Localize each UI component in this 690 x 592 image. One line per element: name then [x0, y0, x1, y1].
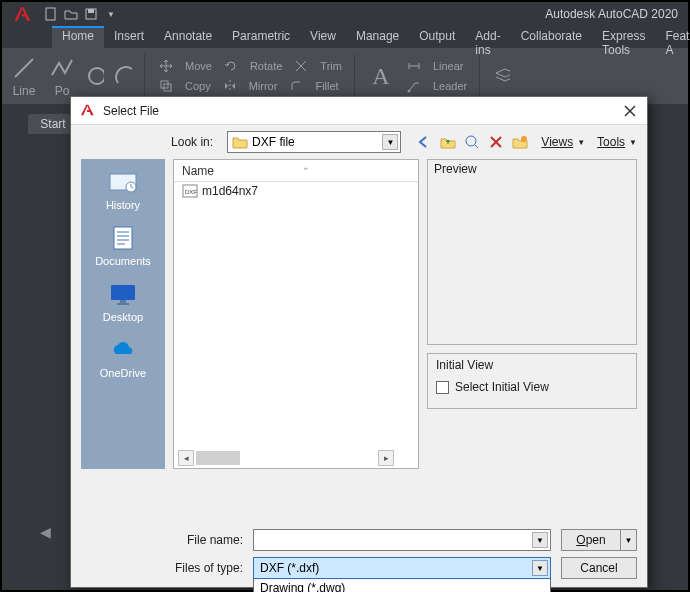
- initial-view-group: Initial View Select Initial View: [427, 353, 637, 409]
- fillet-icon: [287, 77, 305, 95]
- svg-rect-27: [117, 303, 129, 305]
- open-button[interactable]: Open: [561, 529, 621, 551]
- svg-line-14: [475, 145, 478, 148]
- titlebar: ▼ Autodesk AutoCAD 2020: [2, 2, 688, 26]
- files-of-type-combo[interactable]: DXF (*.dxf) ▼: [253, 557, 551, 579]
- place-documents[interactable]: Documents: [95, 225, 151, 267]
- back-caret-icon[interactable]: ◀: [40, 524, 51, 540]
- back-icon[interactable]: [415, 133, 433, 151]
- checkbox-icon: [436, 381, 449, 394]
- file-list[interactable]: Name ⌃ DXF m1d64nx7 ◂ ▸: [173, 159, 419, 469]
- place-onedrive[interactable]: OneDrive: [100, 337, 146, 379]
- separator: [354, 54, 355, 98]
- place-history[interactable]: History: [106, 169, 140, 211]
- svg-text:DXF: DXF: [185, 189, 197, 195]
- rotate-icon: [222, 57, 240, 75]
- places-bar: History Documents Desktop OneDrive: [81, 159, 165, 469]
- tab-expresstools[interactable]: Express Tools: [592, 26, 655, 48]
- tab-parametric[interactable]: Parametric: [222, 26, 300, 48]
- polyline-label: Po: [55, 84, 70, 98]
- scroll-left-icon[interactable]: ◂: [178, 450, 194, 466]
- place-onedrive-label: OneDrive: [100, 367, 146, 379]
- chevron-down-icon[interactable]: ▼: [382, 134, 398, 150]
- move-button[interactable]: Move: [185, 60, 212, 72]
- text-icon: A: [367, 62, 395, 90]
- arc-icon[interactable]: [114, 67, 132, 85]
- tab-output[interactable]: Output: [409, 26, 465, 48]
- search-web-icon[interactable]: [463, 133, 481, 151]
- svg-point-13: [466, 136, 476, 146]
- look-in-value: DXF file: [252, 135, 295, 149]
- documents-icon: [107, 225, 139, 251]
- look-in-label: Look in:: [81, 135, 219, 149]
- chevron-down-icon[interactable]: ▼: [532, 560, 548, 576]
- preview-group: Preview: [427, 159, 637, 345]
- files-of-type-dropdown: Drawing (*.dwg) Standards (*.dws) DXF (*…: [253, 579, 551, 592]
- place-desktop-label: Desktop: [103, 311, 143, 323]
- horizontal-scrollbar[interactable]: ◂ ▸: [178, 450, 394, 466]
- tools-menu[interactable]: Tools▼: [597, 135, 637, 149]
- scroll-thumb[interactable]: [196, 451, 240, 465]
- fillet-button[interactable]: Fillet: [315, 80, 338, 92]
- chevron-down-icon[interactable]: ▼: [532, 532, 548, 548]
- type-option-dwg[interactable]: Drawing (*.dwg): [254, 579, 550, 592]
- file-list-header[interactable]: Name ⌃: [174, 160, 418, 182]
- new-folder-icon[interactable]: [511, 133, 529, 151]
- file-name: m1d64nx7: [202, 184, 258, 198]
- dropdown-icon[interactable]: ▼: [102, 5, 120, 23]
- linear-icon: [405, 57, 423, 75]
- autocad-logo[interactable]: [8, 3, 36, 25]
- place-desktop[interactable]: Desktop: [103, 281, 143, 323]
- tab-addins[interactable]: Add-ins: [465, 26, 510, 48]
- polyline-button[interactable]: Po: [48, 54, 76, 98]
- close-icon[interactable]: [621, 102, 639, 120]
- tab-home[interactable]: Home: [52, 26, 104, 48]
- tab-manage[interactable]: Manage: [346, 26, 409, 48]
- ribbon-tabs: Home Insert Annotate Parametric View Man…: [2, 26, 688, 48]
- trim-button[interactable]: Trim: [320, 60, 342, 72]
- file-name-label: File name:: [81, 533, 243, 547]
- svg-rect-2: [88, 9, 94, 13]
- tab-insert[interactable]: Insert: [104, 26, 154, 48]
- linear-button[interactable]: Linear: [433, 60, 464, 72]
- circle-icon[interactable]: [86, 67, 104, 85]
- copy-button[interactable]: Copy: [185, 80, 211, 92]
- dialog-title: Select File: [103, 104, 159, 118]
- svg-point-4: [89, 68, 104, 84]
- scroll-right-icon[interactable]: ▸: [378, 450, 394, 466]
- mirror-icon: [221, 77, 239, 95]
- new-icon[interactable]: [42, 5, 60, 23]
- leader-button[interactable]: Leader: [433, 80, 467, 92]
- open-icon[interactable]: [62, 5, 80, 23]
- look-in-combo[interactable]: DXF file ▼: [227, 131, 401, 153]
- dialog-titlebar: Select File: [71, 97, 647, 125]
- line-button[interactable]: Line: [10, 54, 38, 98]
- layer-icon[interactable]: [492, 67, 510, 85]
- mirror-button[interactable]: Mirror: [249, 80, 278, 92]
- tab-view[interactable]: View: [300, 26, 346, 48]
- desktop-icon: [107, 281, 139, 307]
- svg-rect-25: [111, 285, 135, 300]
- text-button[interactable]: A: [367, 62, 395, 90]
- file-name-input[interactable]: ▼: [253, 529, 551, 551]
- cancel-button[interactable]: Cancel: [561, 557, 637, 579]
- place-history-label: History: [106, 199, 140, 211]
- up-folder-icon[interactable]: [439, 133, 457, 151]
- file-row[interactable]: DXF m1d64nx7: [174, 182, 418, 200]
- separator: [479, 54, 480, 98]
- open-dropdown[interactable]: ▼: [621, 529, 637, 551]
- sort-caret-icon: ⌃: [302, 166, 310, 176]
- select-initial-view-checkbox[interactable]: Select Initial View: [436, 380, 628, 394]
- initial-view-label: Initial View: [436, 358, 493, 372]
- save-icon[interactable]: [82, 5, 100, 23]
- tab-annotate[interactable]: Annotate: [154, 26, 222, 48]
- column-name[interactable]: Name: [182, 164, 214, 178]
- autocad-small-icon: [79, 102, 97, 120]
- tab-collaborate[interactable]: Collaborate: [511, 26, 592, 48]
- views-menu[interactable]: Views▼: [541, 135, 585, 149]
- leader-icon: [405, 77, 423, 95]
- rotate-button[interactable]: Rotate: [250, 60, 282, 72]
- tab-featured[interactable]: Featured A: [655, 26, 690, 48]
- delete-icon[interactable]: [487, 133, 505, 151]
- polyline-icon: [48, 54, 76, 82]
